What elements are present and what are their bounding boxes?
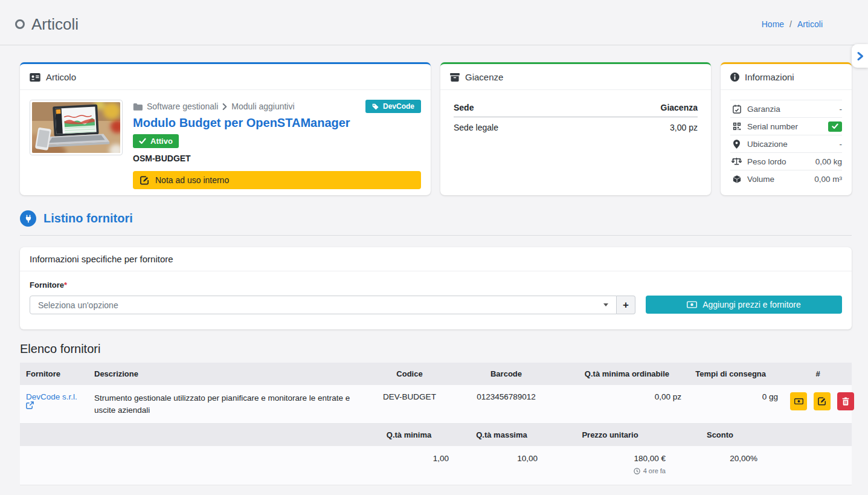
category-label[interactable]: Software gestionali (147, 102, 218, 111)
calendar-check-icon (730, 105, 743, 114)
info-card-header: Informazioni (721, 64, 852, 90)
tempi-consegna-cell: 0 gg (687, 385, 784, 423)
info-label: Peso lordo (747, 157, 786, 166)
chevron-right-icon (857, 51, 864, 61)
internal-note-label: Nota ad uso interno (155, 175, 229, 185)
delete-button[interactable] (837, 392, 854, 410)
caret-down-icon (603, 303, 608, 306)
tag-icon (372, 103, 379, 110)
qta-minima-ordinabile-cell: 0,00 pz (561, 385, 687, 423)
edit-icon (140, 176, 149, 185)
brand-badge[interactable]: DevCode (365, 100, 421, 113)
add-prices-button[interactable]: Aggiungi prezzi e fornitore (646, 296, 842, 314)
stock-card-title: Giacenze (465, 72, 503, 82)
col-codice: Codice (367, 363, 452, 385)
check-icon (139, 138, 146, 144)
article-card-header: Articolo (20, 64, 431, 90)
info-card-body: Garanzia - Serial number (721, 90, 852, 191)
module-circle-icon (15, 19, 25, 29)
add-prices-label: Aggiungi prezzi e fornitore (702, 300, 801, 309)
info-value: - (840, 140, 843, 149)
prezzo-unitario-cell: 180,00 € 4 ore fa (546, 446, 674, 485)
spacer (20, 446, 361, 485)
supplier-panel-header: Informazioni specifiche per fornitore (20, 247, 852, 271)
info-value: 0,00 kg (815, 157, 842, 166)
fornitore-label: Fornitore* (30, 280, 842, 290)
page-title: Articoli (15, 15, 79, 34)
prezzo-value: 180,00 € (555, 454, 666, 463)
stock-sede-value: Sede legale (454, 117, 587, 138)
breadcrumb-home-link[interactable]: Home (762, 19, 784, 29)
section-divider (20, 235, 852, 236)
col-qta-massima: Q.tà massima (457, 424, 546, 446)
breadcrumb-current-link[interactable]: Articoli (797, 19, 823, 29)
fornitore-select[interactable]: Seleziona un'opzione (30, 296, 617, 314)
stock-card-header: Giacenze (440, 64, 711, 90)
page: Articoli Home / Articoli Articolo (0, 0, 868, 485)
qta-massima-cell: 10,00 (457, 446, 546, 485)
map-marker-icon (730, 140, 743, 149)
internal-note-button[interactable]: Nota ad uso interno (133, 171, 421, 189)
info-label: Volume (747, 175, 774, 184)
qrcode-icon (730, 122, 743, 131)
address-card-icon (30, 73, 40, 82)
status-row: Attivo (133, 130, 421, 148)
info-row-volume: Volume 0,00 m³ (730, 170, 842, 187)
supplier-name: DevCode s.r.l. (26, 392, 77, 401)
prices-button[interactable] (790, 392, 807, 410)
article-code: OSM-BUDGET (133, 154, 421, 163)
chevron-right-icon (222, 103, 227, 110)
stock-table: Sede Giacenza Sede legale 3,00 pz (454, 98, 698, 138)
add-supplier-button[interactable]: + (617, 296, 635, 314)
col-barcode: Barcode (452, 363, 561, 385)
supplier-section-title: Listino fornitori (43, 212, 133, 225)
sconto-cell: 20,00% (674, 446, 766, 485)
article-card: Articolo (20, 62, 431, 195)
breadcrumb-separator: / (789, 19, 792, 29)
stock-col-giacenza: Giacenza (587, 98, 698, 117)
info-value: 0,00 m³ (814, 175, 842, 184)
info-row-ubicazione: Ubicazione - (730, 135, 842, 152)
product-image[interactable] (30, 100, 123, 155)
spacer (766, 424, 852, 446)
topbar: Articoli Home / Articoli (0, 0, 868, 45)
col-fornitore: Fornitore (20, 363, 88, 385)
archive-box-icon (450, 73, 460, 82)
updated-text: 4 ore fa (643, 467, 666, 474)
stock-table-header: Sede Giacenza (454, 98, 698, 117)
row-actions (784, 385, 860, 423)
status-badge: Attivo (133, 134, 179, 148)
info-label: Garanzia (747, 105, 780, 114)
category-row: Software gestionali Moduli aggiuntivi De… (133, 100, 421, 113)
info-card: Informazioni Garanzia - Serial (721, 62, 852, 195)
external-link-icon (26, 401, 77, 409)
suppliers-table-header: Fornitore Descrizione Codice Barcode Q.t… (20, 363, 852, 385)
article-card-body: Software gestionali Moduli aggiuntivi De… (20, 90, 431, 195)
info-label: Serial number (747, 122, 798, 131)
fornitore-input-group: Seleziona un'opzione + (30, 296, 635, 314)
serial-enabled-badge (828, 121, 842, 132)
supplier-list-heading: Elenco fornitori (20, 342, 852, 356)
article-card-title: Articolo (46, 72, 76, 82)
info-label: Ubicazione (747, 140, 788, 149)
required-mark: * (64, 280, 67, 290)
trash-icon (842, 397, 849, 406)
subcategory-label[interactable]: Moduli aggiuntivi (231, 102, 294, 111)
side-panel-toggle[interactable] (852, 44, 868, 68)
stock-table-row: Sede legale 3,00 pz (454, 117, 698, 138)
info-circle-icon (730, 73, 739, 82)
col-descrizione: Descrizione (88, 363, 367, 385)
description-cell: Strumento gestionale utilizzato per pian… (88, 385, 367, 423)
supplier-link[interactable]: DevCode s.r.l. (26, 392, 77, 409)
info-row-serial: Serial number (730, 117, 842, 135)
suppliers-table: Fornitore Descrizione Codice Barcode Q.t… (20, 363, 852, 485)
status-badge-label: Attivo (150, 137, 173, 146)
main-content: Articolo (0, 45, 868, 485)
edit-button[interactable] (814, 392, 831, 410)
supplier-panel-body: Fornitore* Seleziona un'opzione + (20, 271, 852, 329)
article-title-link[interactable]: Modulo Budget per OpenSTAManager (133, 116, 350, 130)
stock-card: Giacenze Sede Giacenza Sede legale 3,00 … (440, 62, 711, 195)
col-tempi-consegna: Tempi di consegna (687, 363, 784, 385)
info-row-garanzia: Garanzia - (730, 100, 842, 117)
info-value: - (840, 105, 843, 114)
